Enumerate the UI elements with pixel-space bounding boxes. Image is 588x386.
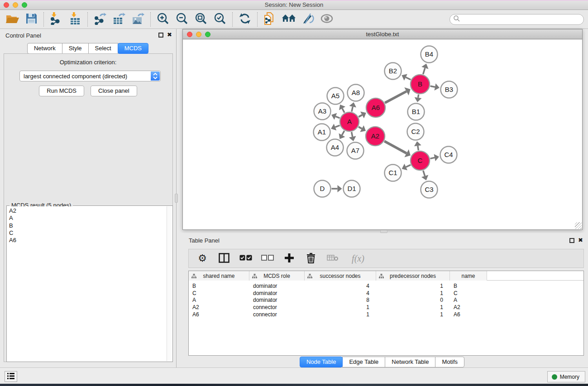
import-table-button[interactable] bbox=[66, 11, 85, 28]
network-node-C3[interactable]: C3 bbox=[421, 181, 438, 198]
window-resize-grip[interactable] bbox=[575, 222, 582, 229]
close-table-panel-icon[interactable]: ✖ bbox=[578, 237, 583, 243]
network-edge[interactable] bbox=[423, 68, 425, 74]
network-edge[interactable] bbox=[430, 86, 435, 87]
network-view-window[interactable]: testGlobe.txt B4B2BB3A5A8A6A3B1AA1C2A2A4… bbox=[182, 29, 583, 230]
zoom-selected-button[interactable] bbox=[210, 11, 229, 28]
tab-mcds[interactable]: MCDS bbox=[118, 43, 148, 54]
delete-column-button[interactable] bbox=[305, 252, 317, 265]
table-cell[interactable]: 4 bbox=[305, 290, 376, 297]
deselect-all-columns-button[interactable] bbox=[261, 252, 274, 265]
zoom-out-button[interactable] bbox=[172, 11, 191, 28]
table-cell[interactable]: dominator bbox=[249, 290, 305, 297]
memory-button[interactable]: Memory bbox=[547, 371, 585, 382]
table-cell[interactable]: B bbox=[189, 283, 249, 290]
import-network-button[interactable] bbox=[47, 11, 66, 28]
network-from-file-button[interactable] bbox=[260, 11, 279, 28]
table-cell[interactable]: dominator bbox=[249, 283, 305, 290]
network-edge[interactable] bbox=[335, 125, 339, 127]
table-cell[interactable]: 1 bbox=[376, 283, 450, 290]
table-cell[interactable]: A6 bbox=[189, 311, 249, 319]
float-panel-icon[interactable] bbox=[158, 33, 163, 38]
run-mcds-button[interactable]: Run MCDS bbox=[39, 86, 84, 96]
table-cell[interactable]: 4 bbox=[305, 283, 376, 290]
criterion-select[interactable]: largest connected component (directed) bbox=[19, 71, 161, 81]
network-node-C[interactable]: C bbox=[411, 151, 430, 170]
network-edge[interactable] bbox=[406, 165, 411, 167]
network-window-titlebar[interactable]: testGlobe.txt bbox=[183, 29, 582, 39]
export-image-button[interactable] bbox=[129, 11, 148, 28]
network-edge[interactable] bbox=[418, 95, 419, 98]
network-edge[interactable] bbox=[342, 109, 344, 113]
hide-labels-button[interactable] bbox=[298, 11, 317, 28]
mcds-result-item[interactable]: C bbox=[9, 229, 167, 237]
tab-network-table[interactable]: Network Table bbox=[385, 357, 435, 367]
network-node-A8[interactable]: A8 bbox=[348, 85, 364, 101]
network-edge[interactable] bbox=[418, 146, 419, 150]
network-node-A2[interactable]: A2 bbox=[366, 127, 385, 146]
refresh-view-button[interactable] bbox=[235, 11, 254, 28]
table-cell[interactable]: 1 bbox=[376, 290, 450, 297]
task-history-button[interactable] bbox=[5, 371, 17, 382]
tab-motifs[interactable]: Motifs bbox=[435, 357, 464, 367]
table-cell[interactable]: A6 bbox=[450, 311, 487, 319]
mcds-result-item[interactable]: A6 bbox=[9, 237, 167, 244]
table-cell[interactable]: dominator bbox=[249, 297, 305, 304]
show-graphics-button[interactable] bbox=[317, 11, 336, 28]
network-canvas[interactable]: B4B2BB3A5A8A6A3B1AA1C2A2A4A7C4CC1C3DD1 bbox=[183, 39, 582, 229]
network-node-B3[interactable]: B3 bbox=[441, 81, 458, 98]
table-cell[interactable]: 1 bbox=[376, 304, 450, 311]
save-session-button[interactable] bbox=[22, 11, 41, 28]
table-row[interactable]: A2connector11A2 bbox=[189, 304, 583, 311]
table-cell[interactable]: A bbox=[189, 297, 249, 304]
table-cell[interactable]: connector bbox=[249, 311, 305, 319]
column-header-successor-nodes[interactable]: successor nodes bbox=[305, 271, 376, 281]
table-options-button[interactable]: ⚙ bbox=[196, 252, 209, 265]
network-edge[interactable] bbox=[352, 132, 353, 137]
search-box[interactable] bbox=[449, 14, 584, 25]
horizontal-splitter-handle[interactable] bbox=[380, 230, 387, 233]
table-cell[interactable]: A2 bbox=[450, 304, 487, 311]
network-node-C2[interactable]: C2 bbox=[407, 124, 424, 140]
table-row[interactable]: A6connector11A6 bbox=[189, 311, 583, 319]
column-header-shared-name[interactable]: shared name bbox=[189, 271, 249, 281]
vertical-splitter-handle[interactable] bbox=[175, 194, 178, 203]
mcds-result-scrollbar[interactable] bbox=[167, 206, 172, 361]
network-node-A6[interactable]: A6 bbox=[366, 98, 385, 117]
network-node-A[interactable]: A bbox=[340, 112, 359, 131]
tab-style[interactable]: Style bbox=[62, 43, 89, 54]
network-node-D[interactable]: D bbox=[314, 181, 331, 197]
network-node-C4[interactable]: C4 bbox=[440, 147, 457, 163]
column-header-predecessor-nodes[interactable]: predecessor nodes bbox=[376, 271, 450, 281]
create-column-button[interactable] bbox=[283, 252, 296, 265]
tab-node-table[interactable]: Node Table bbox=[300, 357, 343, 367]
network-node-A5[interactable]: A5 bbox=[327, 88, 344, 105]
network-edge[interactable] bbox=[423, 171, 425, 176]
delete-table-button[interactable] bbox=[326, 252, 339, 265]
table-row[interactable]: Cdominator41C bbox=[189, 290, 583, 297]
close-panel-button[interactable]: Close panel bbox=[91, 86, 137, 96]
show-columns-button[interactable] bbox=[218, 252, 230, 265]
network-edge[interactable] bbox=[352, 107, 353, 112]
network-edge[interactable] bbox=[406, 77, 411, 80]
mcds-result-item[interactable]: A2 bbox=[9, 207, 167, 214]
network-edge[interactable] bbox=[430, 157, 435, 158]
network-node-A3[interactable]: A3 bbox=[314, 103, 331, 120]
network-node-B1[interactable]: B1 bbox=[408, 104, 425, 120]
table-row[interactable]: Adominator80A bbox=[189, 297, 583, 304]
home-button[interactable] bbox=[279, 11, 298, 28]
mcds-result-list[interactable]: A2ABCA6 bbox=[7, 206, 167, 361]
column-header-name[interactable]: name bbox=[450, 271, 487, 281]
network-edge[interactable] bbox=[384, 141, 406, 153]
mcds-result-item[interactable]: B bbox=[9, 222, 167, 229]
network-node-A4[interactable]: A4 bbox=[327, 139, 344, 156]
network-node-A1[interactable]: A1 bbox=[314, 124, 330, 141]
network-node-B2[interactable]: B2 bbox=[385, 63, 402, 80]
tab-edge-table[interactable]: Edge Table bbox=[342, 357, 385, 367]
table-cell[interactable]: C bbox=[450, 290, 487, 297]
network-node-C1[interactable]: C1 bbox=[385, 165, 402, 181]
table-cell[interactable]: C bbox=[189, 290, 249, 297]
open-file-button[interactable] bbox=[3, 11, 22, 28]
table-cell[interactable]: 1 bbox=[305, 304, 376, 311]
tab-network[interactable]: Network bbox=[27, 43, 62, 54]
